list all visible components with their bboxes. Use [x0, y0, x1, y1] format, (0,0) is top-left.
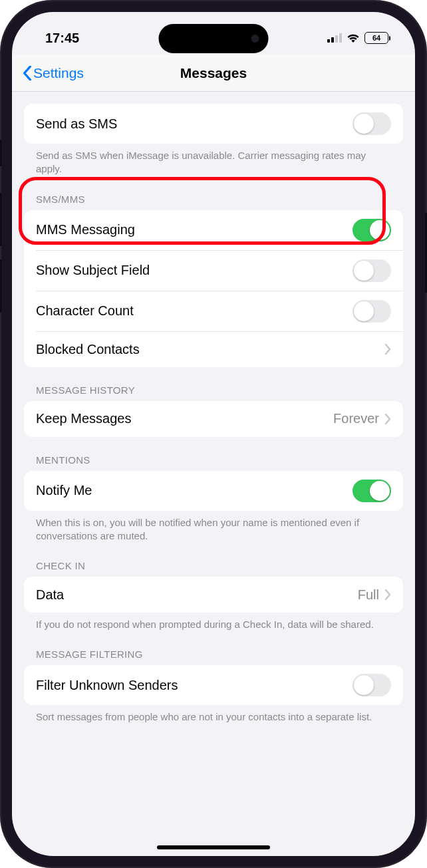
mms-messaging-label: MMS Messaging — [36, 222, 135, 237]
mentions-footer: When this is on, you will be notified wh… — [36, 516, 391, 543]
show-subject-toggle[interactable] — [353, 259, 391, 282]
battery-icon: 64 — [364, 32, 388, 44]
volume-up-button[interactable] — [0, 193, 2, 246]
notify-me-row[interactable]: Notify Me — [24, 471, 403, 511]
keep-messages-row[interactable]: Keep Messages Forever — [24, 401, 403, 437]
character-count-toggle[interactable] — [353, 300, 391, 323]
screen: 17:45 64 Settings Messages — [12, 12, 415, 856]
notify-me-label: Notify Me — [36, 483, 92, 498]
device-frame: 17:45 64 Settings Messages — [0, 0, 427, 868]
back-label: Settings — [33, 65, 84, 81]
mms-messaging-toggle[interactable] — [353, 219, 391, 241]
character-count-label: Character Count — [36, 303, 134, 319]
show-subject-row[interactable]: Show Subject Field — [36, 250, 403, 291]
status-time: 17:45 — [45, 31, 79, 46]
nav-bar: Settings Messages — [12, 55, 415, 92]
page-title: Messages — [180, 65, 247, 81]
dynamic-island — [159, 24, 269, 53]
blocked-contacts-row[interactable]: Blocked Contacts — [36, 331, 403, 367]
mms-messaging-row[interactable]: MMS Messaging — [24, 210, 403, 250]
filter-unknown-toggle[interactable] — [353, 674, 391, 696]
history-header: MESSAGE HISTORY — [36, 384, 391, 396]
home-indicator[interactable] — [157, 845, 270, 849]
history-group: Keep Messages Forever — [24, 401, 403, 437]
checkin-header: CHECK IN — [36, 560, 391, 571]
send-as-sms-toggle[interactable] — [353, 112, 391, 135]
status-right: 64 — [327, 32, 388, 44]
chevron-right-icon — [384, 414, 391, 424]
sms-mms-group: MMS Messaging Show Subject Field Charact… — [24, 210, 403, 367]
content: Send as SMS Send as SMS when iMessage is… — [12, 92, 415, 856]
keep-messages-value: Forever — [333, 411, 379, 426]
mentions-group: Notify Me — [24, 471, 403, 511]
send-sms-group: Send as SMS — [24, 104, 403, 144]
checkin-data-label: Data — [36, 587, 64, 603]
battery-level: 64 — [372, 34, 380, 42]
wifi-icon — [347, 33, 360, 43]
send-sms-footer: Send as SMS when iMessage is unavailable… — [36, 149, 391, 176]
keep-messages-label: Keep Messages — [36, 411, 131, 426]
checkin-data-row[interactable]: Data Full — [24, 577, 403, 613]
mentions-header: MENTIONS — [36, 454, 391, 466]
blocked-contacts-label: Blocked Contacts — [36, 342, 140, 357]
chevron-left-icon — [23, 66, 32, 80]
filtering-group: Filter Unknown Senders — [24, 665, 403, 705]
character-count-row[interactable]: Character Count — [36, 291, 403, 331]
checkin-data-value: Full — [358, 587, 379, 603]
back-button[interactable]: Settings — [23, 65, 84, 81]
filter-unknown-row[interactable]: Filter Unknown Senders — [24, 665, 403, 705]
checkin-group: Data Full — [24, 577, 403, 613]
chevron-right-icon — [384, 589, 391, 600]
cellular-signal-icon — [327, 33, 342, 43]
checkin-footer: If you do not respond when prompted duri… — [36, 618, 391, 631]
chevron-right-icon — [384, 344, 391, 355]
filtering-footer: Sort messages from people who are not in… — [36, 710, 391, 724]
volume-down-button[interactable] — [0, 259, 2, 313]
filtering-header: MESSAGE FILTERING — [36, 649, 391, 660]
silent-switch[interactable] — [0, 140, 2, 166]
send-as-sms-row[interactable]: Send as SMS — [24, 104, 403, 144]
send-as-sms-label: Send as SMS — [36, 116, 117, 132]
notify-me-toggle[interactable] — [353, 480, 391, 502]
filter-unknown-label: Filter Unknown Senders — [36, 678, 178, 693]
show-subject-label: Show Subject Field — [36, 263, 150, 278]
sms-mms-header: SMS/MMS — [36, 194, 391, 205]
